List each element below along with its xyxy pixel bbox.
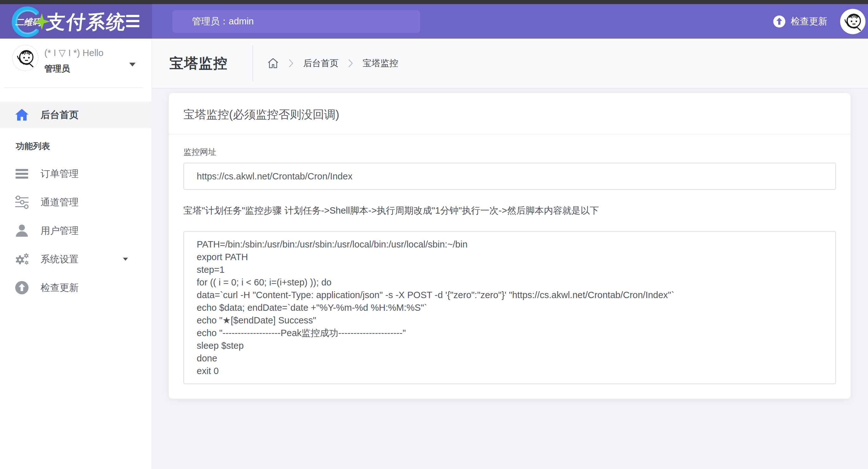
monitor-card: 宝塔监控(必须监控否则没回调) 监控网址 宝塔"计划任务"监控步骤 计划任务->… [169,93,850,399]
brand-logo-icon: 二维码 支付系统 [8,6,127,37]
arrow-up-circle-icon [14,280,29,295]
admin-user-chip: 管理员：admin [172,10,420,33]
sidebar: (* I ▽ I *) Hello 管理员 后台首页 功能列表 订单管理 [0,39,152,469]
content-area: 宝塔监控(必须监控否则没回调) 监控网址 宝塔"计划任务"监控步骤 计划任务->… [152,89,868,469]
sidebar-section-label: 功能列表 [16,140,152,152]
shell-script-block: PATH=/bin:/sbin:/usr/bin:/usr/sbin:/usr/… [183,231,836,384]
url-field-label: 监控网址 [183,146,836,158]
header-bar: 管理员：admin 检查更新 [152,4,868,39]
sidebar-item-label: 用户管理 [40,224,79,237]
sidebar-user-texts: (* I ▽ I *) Hello 管理员 [44,47,103,74]
code-line: echo "-------------------Peak监控成功-------… [197,327,823,339]
setup-instructions: 宝塔"计划任务"监控步骤 计划任务->Shell脚本->执行周期改成"1分钟"执… [183,204,836,217]
page-header: 宝塔监控 后台首页 宝塔监控 [152,39,868,89]
breadcrumb: 后台首页 宝塔监控 [267,57,398,70]
sidebar-user-dropdown[interactable]: (* I ▽ I *) Hello 管理员 [0,39,152,77]
code-line: echo "★[$endDate] Success" [197,314,823,327]
code-line: step=1 [197,263,823,276]
home-icon [14,108,29,122]
code-line: sleep $step [197,339,823,352]
code-line: export PATH [197,250,823,263]
monitor-url-input[interactable] [183,163,836,190]
sidebar-item-label: 通道管理 [40,196,79,209]
breadcrumb-item-current: 宝塔监控 [363,57,398,69]
page-title: 宝塔监控 [169,54,228,73]
admin-chip-label: 管理员：admin [192,15,254,28]
sidebar-item-label: 后台首页 [40,108,79,122]
check-update-button[interactable]: 检查更新 [773,15,828,28]
code-line: for (( i = 0; i < 60; i=(i+step) )); do [197,276,823,289]
arrow-up-circle-icon [773,15,786,28]
breadcrumb-item[interactable]: 后台首页 [303,57,339,69]
sidebar-item-label: 检查更新 [40,281,79,294]
chevron-down-icon [123,258,128,261]
sidebar-item-channels[interactable]: 通道管理 [0,188,152,216]
header-right-tools: 检查更新 [773,4,868,39]
sidebar-item-check-update[interactable]: 检查更新 [0,273,152,302]
logo-brand-text: 支付系统 [45,11,127,33]
code-line: PATH=/bin:/sbin:/usr/bin:/usr/sbin:/usr/… [197,238,823,250]
chevron-right-icon [348,59,353,68]
home-outline-icon[interactable] [267,57,279,70]
gears-icon [14,252,29,266]
divider [252,45,253,82]
app-logo[interactable]: 二维码 支付系统 [8,4,127,39]
divider [4,87,143,88]
sidebar-item-orders[interactable]: 订单管理 [0,160,152,188]
code-line: data=`curl -H "Content-Type: application… [197,289,823,301]
code-line: done [197,352,823,365]
list-icon [14,166,29,181]
app-header: 二维码 支付系统 管理员：admin 检查更新 [0,4,868,39]
chevron-down-icon[interactable] [129,63,135,66]
code-line: exit 0 [197,365,823,377]
avatar [13,45,38,71]
window-top-strip [0,0,868,4]
check-update-label: 检查更新 [791,15,828,28]
menu-toggle-icon[interactable] [126,15,140,27]
sidebar-item-users[interactable]: 用户管理 [0,216,152,245]
user-icon [14,224,29,238]
sidebar-item-home[interactable]: 后台首页 [0,102,152,128]
avatar[interactable] [840,9,865,34]
code-line: echo $data; endDate=`date +"%Y-%m-%d %H:… [197,301,823,314]
user-greeting: (* I ▽ I *) Hello [44,47,103,58]
card-title: 宝塔监控(必须监控否则没回调) [169,93,850,134]
chevron-right-icon [288,59,294,68]
sidebar-item-settings[interactable]: 系统设置 [0,245,152,273]
user-role: 管理员 [44,63,103,74]
sidebar-item-label: 系统设置 [40,253,79,266]
sidebar-nav: 订单管理 通道管理 用户管理 [0,160,152,302]
card-body: 监控网址 宝塔"计划任务"监控步骤 计划任务->Shell脚本->执行周期改成"… [169,134,850,399]
main-area: 宝塔监控 后台首页 宝塔监控 宝塔监控(必须监控否则没回调) 监控网址 宝塔"计… [152,39,868,469]
header-logo-section: 二维码 支付系统 [0,4,152,39]
sliders-icon [14,195,29,209]
sidebar-item-label: 订单管理 [40,167,79,180]
